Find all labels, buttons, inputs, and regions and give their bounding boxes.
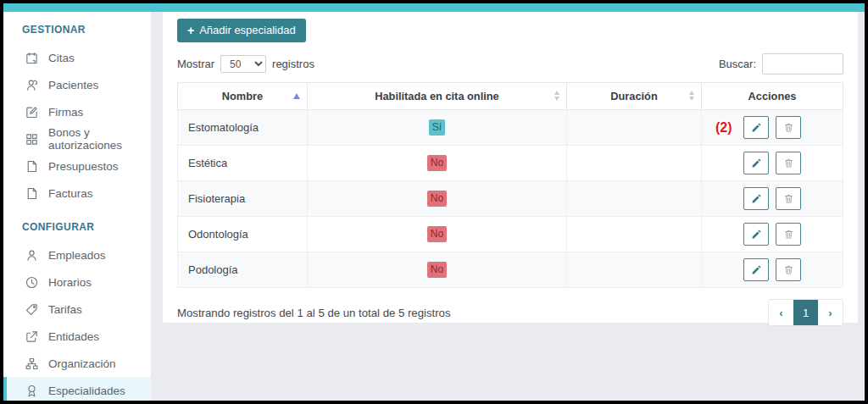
- delete-button[interactable]: [776, 152, 801, 174]
- sort-ascending-icon: [293, 93, 300, 99]
- delete-button[interactable]: [776, 187, 801, 210]
- delete-button[interactable]: [776, 258, 801, 281]
- annotation-marker: (2): [715, 120, 732, 136]
- status-badge: Sí: [429, 119, 445, 136]
- cell-habilitada: Sí: [308, 110, 567, 146]
- signature-icon: [25, 105, 39, 119]
- table-row: OdontologíaNo: [178, 217, 843, 252]
- pagination: ‹ 1 ›: [768, 299, 843, 326]
- specialties-panel: + Añadir especialidad Mostrar 50 registr…: [163, 12, 858, 323]
- search-input[interactable]: [762, 53, 843, 75]
- tag-icon: [25, 302, 39, 317]
- page-length-select[interactable]: 50: [220, 55, 266, 73]
- cell-nombre: Odontología: [178, 217, 308, 252]
- edit-button[interactable]: [743, 223, 769, 246]
- cell-habilitada: No: [308, 252, 567, 288]
- document-icon: [25, 186, 39, 201]
- table-row: FisioterapiaNo: [178, 181, 843, 217]
- sidebar-item-label: Firmas: [48, 106, 83, 119]
- pencil-icon: [751, 158, 762, 169]
- sidebar-item-firmas[interactable]: Firmas: [3, 98, 151, 125]
- status-badge: No: [427, 155, 447, 171]
- delete-button[interactable]: [776, 223, 801, 246]
- sidebar-section-title: GESTIONAR: [22, 22, 151, 37]
- edit-button[interactable]: [743, 116, 769, 139]
- sidebar-item-bonos-y-autorizaciones[interactable]: Bonos y autorizaciones: [3, 125, 151, 152]
- grid-icon: [25, 132, 39, 147]
- sidebar-item-empleados[interactable]: Empleados: [3, 241, 151, 268]
- sidebar: GESTIONARCitasPacientesFirmasBonos y aut…: [3, 12, 151, 401]
- sidebar-item-tarifas[interactable]: Tarifas: [3, 296, 151, 323]
- table-row: EstéticaNo: [178, 146, 843, 181]
- sidebar-item-label: Tarifas: [48, 303, 82, 316]
- next-page-button[interactable]: ›: [818, 300, 843, 325]
- sidebar-item-label: Horarios: [48, 276, 92, 289]
- trash-icon: [783, 264, 794, 275]
- specialties-table: NombreHabilitada en cita onlineDuraciónA…: [177, 82, 843, 288]
- column-header-label: Duración: [610, 90, 657, 102]
- pencil-icon: [751, 193, 762, 204]
- sidebar-item-entidades[interactable]: Entidades: [3, 323, 151, 350]
- table-toolbar: Mostrar 50 registros Buscar:: [177, 53, 843, 75]
- cell-duracion: [567, 146, 702, 181]
- sidebar-item-label: Entidades: [48, 330, 99, 343]
- cell-acciones: (2): [702, 110, 843, 146]
- delete-button[interactable]: [776, 116, 801, 139]
- cell-nombre: Fisioterapia: [178, 181, 308, 217]
- plus-icon: +: [187, 25, 194, 36]
- cell-duracion: [567, 252, 702, 288]
- sidebar-item-pacientes[interactable]: Pacientes: [3, 71, 151, 98]
- pencil-icon: [751, 229, 762, 240]
- status-badge: No: [427, 191, 447, 207]
- cell-acciones: [702, 181, 843, 217]
- edit-button[interactable]: [743, 258, 769, 281]
- previous-page-button[interactable]: ‹: [769, 300, 793, 325]
- sidebar-item-organizacion[interactable]: Organización: [3, 350, 151, 377]
- edit-button[interactable]: [743, 152, 769, 174]
- sidebar-item-citas[interactable]: Citas: [3, 44, 151, 71]
- top-accent-bar: [3, 3, 865, 12]
- column-header-duracion[interactable]: Duración: [567, 83, 702, 110]
- sidebar-item-facturas[interactable]: Facturas: [3, 180, 151, 207]
- cell-duracion: [567, 181, 702, 217]
- trash-icon: [783, 158, 794, 169]
- external-link-icon: [25, 329, 39, 344]
- sort-icon: [689, 91, 694, 101]
- column-header-habilitada-en-cita-online[interactable]: Habilitada en cita online: [308, 83, 567, 110]
- cell-duracion: [567, 217, 702, 252]
- sidebar-item-label: Citas: [48, 52, 75, 64]
- sidebar-item-horarios[interactable]: Horarios: [3, 268, 151, 296]
- sidebar-item-label: Especialidades: [48, 385, 125, 397]
- cell-habilitada: No: [308, 181, 567, 217]
- cell-acciones: [702, 217, 843, 252]
- sidebar-item-presupuestos[interactable]: Presupuestos: [3, 152, 151, 180]
- award-icon: [25, 384, 39, 398]
- sidebar-item-label: Empleados: [48, 249, 106, 262]
- app-window: GESTIONARCitasPacientesFirmasBonos y aut…: [0, 0, 868, 404]
- cell-duracion: [567, 110, 702, 146]
- table-footer: Mostrando registros del 1 al 5 de un tot…: [177, 299, 843, 326]
- person-icon: [25, 248, 39, 263]
- column-header-nombre[interactable]: Nombre: [178, 83, 308, 110]
- column-header-label: Acciones: [748, 90, 797, 102]
- cell-acciones: [702, 146, 843, 181]
- cell-habilitada: No: [308, 217, 567, 252]
- table-row: PodologíaNo: [178, 252, 843, 288]
- trash-icon: [783, 229, 794, 240]
- status-badge: No: [427, 262, 447, 278]
- cell-nombre: Podología: [178, 252, 308, 288]
- pencil-icon: [751, 122, 762, 133]
- sidebar-item-label: Organización: [48, 357, 116, 370]
- edit-button[interactable]: [743, 187, 769, 210]
- document-icon: [25, 159, 39, 174]
- table-row: EstomatologíaSí(2): [178, 110, 843, 146]
- current-page-button[interactable]: 1: [793, 300, 818, 325]
- cell-acciones: [702, 252, 843, 288]
- add-specialty-button[interactable]: + Añadir especialidad: [177, 19, 306, 42]
- records-info: Mostrando registros del 1 al 5 de un tot…: [177, 307, 451, 319]
- sidebar-item-especialidades[interactable]: Especialidades(1): [3, 377, 151, 401]
- show-label: Mostrar: [177, 58, 214, 70]
- sort-icon: [554, 91, 559, 101]
- sidebar-item-label: Presupuestos: [48, 160, 119, 173]
- trash-icon: [783, 122, 794, 133]
